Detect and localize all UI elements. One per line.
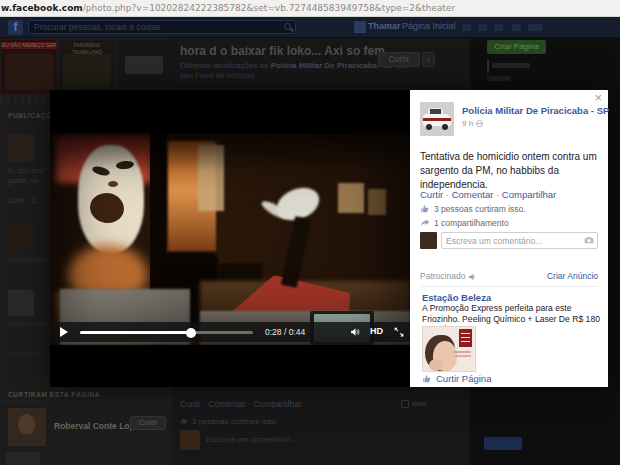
share-link[interactable]: Compartilhar (502, 189, 556, 200)
settings-icon[interactable] (528, 24, 542, 31)
commenter-avatar (180, 430, 200, 450)
thumb-up-icon (180, 417, 188, 425)
share-icon (401, 400, 409, 408)
theater-sidebar-panel: × Polícia Militar De Piracicaba - SP 9 h… (410, 90, 608, 387)
fullscreen-icon[interactable] (394, 327, 404, 337)
liker-avatar-partial (6, 452, 40, 465)
post-action-links: Curtir · Comentar · Compartilhar (420, 189, 556, 200)
profile-avatar[interactable] (354, 21, 366, 33)
create-page-button[interactable]: Criar Página (487, 40, 546, 54)
progress-knob[interactable] (186, 328, 196, 338)
shares-text[interactable]: 1 compartilhamento (434, 218, 509, 228)
ad-title-link[interactable]: Estação Beleza (422, 292, 491, 303)
home-link[interactable]: Página Inicial (402, 21, 456, 31)
thumb-up-icon (422, 374, 432, 384)
seek-bar[interactable] (80, 331, 253, 334)
poster-avatar[interactable] (8, 225, 34, 251)
poster-avatar[interactable] (8, 135, 34, 161)
timestamp-text: 9 h (462, 119, 473, 128)
hd-badge[interactable]: HD (370, 326, 383, 336)
camera-icon[interactable] (584, 236, 594, 244)
notifications-icon[interactable] (494, 24, 503, 31)
page-name-link[interactable]: Polícia Militar De Piracicaba - SP (462, 105, 609, 116)
profile-link[interactable]: Thamar (368, 21, 401, 31)
privacy-icon[interactable] (512, 24, 521, 31)
browser-url-bar[interactable]: w.facebook.com/photo.php?v=1020282422238… (0, 0, 620, 17)
play-button[interactable] (60, 327, 68, 337)
ad-image-detail (453, 351, 471, 353)
poster-avatar[interactable] (8, 290, 34, 316)
police-car-graphic (426, 124, 432, 130)
messages-icon[interactable] (478, 24, 487, 31)
separator: · (443, 189, 451, 200)
comment-link[interactable]: Comentar (452, 189, 494, 200)
police-car-graphic (423, 118, 451, 121)
search-input[interactable]: Procurar pessoas, locais e coisas (28, 20, 296, 34)
subscribe-page-name: Polícia Militar De Piracicaba - SP (271, 61, 395, 70)
globe-icon (476, 120, 483, 127)
liker-avatar[interactable] (8, 408, 46, 446)
post-action-links[interactable]: Curtir · C (8, 197, 36, 204)
page-avatar[interactable] (420, 102, 454, 136)
redacted-text-bar (492, 63, 530, 68)
likes-text: 3 pessoas curtiram isso. (434, 204, 526, 214)
progress-played (80, 331, 191, 334)
post-text: Tentativa de homicidio ontem contra um s… (420, 150, 600, 192)
post-text-fragment: Eu sou mor (8, 167, 44, 174)
friend-requests-icon[interactable] (462, 24, 471, 31)
ad-image-badge (459, 329, 472, 347)
photo-thumbnail (63, 54, 111, 90)
page-photo-tile[interactable] (117, 40, 173, 94)
photo-thumbnail (125, 56, 163, 74)
redacted-text-bar (412, 402, 426, 406)
facebook-top-nav: f Procurar pessoas, locais e coisas Tham… (0, 17, 620, 38)
commenter-avatar (420, 232, 437, 249)
video-player[interactable]: 0:28 / 0:44 HD (50, 90, 410, 387)
divider (420, 286, 598, 287)
url-domain: w.facebook.com (1, 3, 83, 13)
photo-thumbnail (5, 54, 53, 90)
like-link[interactable]: Curtir (420, 189, 443, 200)
page-like-button[interactable]: Curtir (378, 52, 420, 67)
page-photo-tile[interactable]: PARABÉNS TRABALHAD (59, 40, 115, 94)
facebook-logo[interactable]: f (8, 20, 23, 35)
shares-summary: 1 compartilhamento (420, 218, 509, 228)
ad-image[interactable] (422, 326, 476, 372)
create-ad-link[interactable]: Criar Anúncio (547, 271, 598, 281)
comment-placeholder[interactable]: Escreva um comentário... (206, 435, 297, 444)
video-controls-bar: 0:28 / 0:44 HD (50, 322, 410, 342)
url-path: /photo.php?v=10202824222385782&set=vb.72… (83, 3, 455, 13)
avatar-face (18, 414, 35, 434)
liker-like-button[interactable]: Curtir (130, 416, 166, 430)
likes-summary: 3 pessoas curtiram isso. (420, 204, 526, 214)
post-action-links[interactable]: Curtir · Comentar · Compartilhar (180, 399, 302, 409)
screen: w.facebook.com/photo.php?v=1020282422238… (0, 0, 620, 465)
redacted-text-bar (8, 322, 48, 327)
like-options-caret[interactable]: ▾ (422, 52, 435, 67)
divider (0, 401, 172, 402)
post-timestamp[interactable]: 9 h (462, 119, 483, 128)
volume-icon[interactable] (350, 327, 361, 337)
ad-like-page-link[interactable]: Curtir Página (422, 373, 491, 384)
subscribe-prefix: Obtenha atualizações de (180, 61, 271, 70)
police-car-graphic (442, 124, 448, 130)
sidebar-accent-bar (487, 60, 489, 73)
search-icon[interactable] (284, 23, 291, 30)
close-icon[interactable]: × (594, 90, 602, 105)
separator: · (493, 189, 501, 200)
search-placeholder: Procurar pessoas, locais e coisas (34, 22, 161, 32)
vignette-overlay (50, 133, 410, 345)
post-text-fragment: gostei, vo (8, 177, 38, 184)
page-likers-heading: CURTIRAM ESTA PÁGINA (8, 391, 100, 398)
sponsored-text: Patrocinado (420, 271, 465, 281)
ad-image-detail (429, 359, 443, 371)
redacted-text-bar (487, 76, 511, 81)
photo-tile-caption: EU NÃO MEREÇO SER (1, 42, 57, 49)
redacted-text-bar (8, 258, 46, 263)
share-icon (420, 218, 430, 228)
sponsored-label: Patrocinado (420, 271, 480, 281)
comment-input[interactable] (441, 232, 598, 249)
thumb-up-icon (420, 204, 430, 214)
ad-cta-text: Curtir Página (436, 373, 491, 384)
page-photo-tile[interactable]: EU NÃO MEREÇO SER (1, 40, 57, 94)
